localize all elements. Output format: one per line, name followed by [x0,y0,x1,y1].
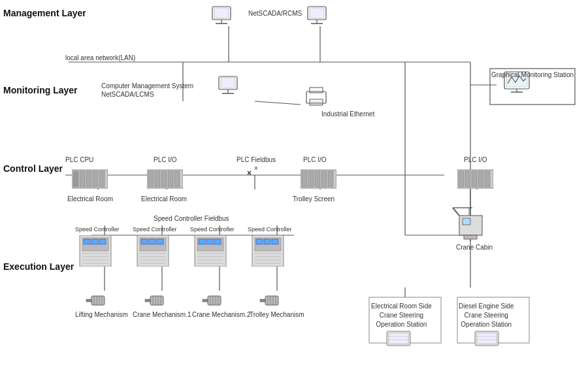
control-layer-label: Control Layer [3,163,63,174]
sc4-device [251,235,285,268]
netscada-computer-2 [304,5,329,29]
sc3-device [193,235,227,268]
svg-rect-110 [91,296,105,305]
crane-cabin-label: Crane Cabin [456,243,493,252]
svg-rect-141 [389,333,408,344]
svg-rect-122 [208,296,221,305]
svg-rect-51 [73,171,78,187]
plc-cpu-label: PLC CPU [65,155,93,164]
trolley-label: Trolley Mechanism [250,310,304,319]
svg-rect-71 [472,171,477,187]
svg-rect-57 [148,171,154,187]
crane1-icon [144,291,169,310]
monitoring-layer-label: Monitoring Layer [3,85,78,95]
plc-fieldbus-label: PLC Fieldbus × [237,155,276,172]
plc-io-2-label: PLC I/O [303,155,327,164]
crane-cabin-icon [449,203,489,243]
svg-line-4 [255,101,301,105]
svg-rect-123 [203,299,208,302]
svg-rect-103 [256,239,263,244]
svg-rect-55 [99,171,105,187]
svg-rect-128 [265,296,278,305]
svg-rect-86 [149,239,155,244]
sc2-device [136,235,170,268]
plc-rack-cpu [72,167,108,193]
svg-rect-111 [86,299,91,302]
svg-rect-95 [206,239,213,244]
svg-rect-129 [260,299,265,302]
sc1-device [78,235,112,268]
svg-rect-64 [308,171,314,187]
cms-computer [216,75,240,99]
sc3-label: Speed Controller [190,226,235,234]
plc-rack-4 [457,167,493,193]
svg-rect-85 [141,239,148,244]
diesel-station-icon [474,330,500,350]
svg-rect-117 [145,299,150,302]
svg-rect-59 [161,171,167,187]
svg-rect-40 [221,78,235,88]
svg-rect-104 [264,239,270,244]
svg-rect-36 [310,8,324,18]
industrial-ethernet-label: Industrial Ethernet [321,110,374,118]
sc2-label: Speed Controller [133,226,177,234]
svg-rect-53 [86,171,91,187]
svg-rect-42 [310,88,323,93]
svg-rect-61 [174,171,180,187]
netscada-computer-1 [209,5,234,29]
sc1-label: Speed Controller [75,226,120,234]
svg-rect-69 [459,171,464,187]
printer-icon [304,85,329,109]
plc-io-1-label: PLC I/O [154,155,177,164]
svg-rect-135 [463,218,470,225]
management-layer-label: Management Layer [3,8,86,18]
execution-layer-label: Execution Layer [3,261,74,272]
fieldbus-break-symbol: × [247,169,252,178]
svg-rect-70 [465,171,470,187]
trolley-icon [259,291,284,310]
svg-rect-73 [485,171,490,187]
elec-room-1-label: Electrical Room [67,195,113,203]
graphical-monitoring-label: Graphical Monitoring Station [491,71,574,79]
lifting-label: Lifting Mechanism [75,310,128,319]
svg-rect-78 [99,239,106,244]
elec-room-2-label: Electrical Room [141,195,187,203]
svg-rect-66 [321,171,327,187]
svg-rect-54 [93,171,98,187]
system-diagram: Management Layer Monitoring Layer Contro… [0,0,588,392]
sc4-label: Speed Controller [248,226,292,234]
trolley-screen-label: Trolley Screen [293,195,335,203]
plc-rack-3 [301,167,336,193]
lifting-mechanism-icon [85,291,110,310]
diesel-engine-side-label: Diesel Engine Side Crane Steering Operat… [459,302,514,329]
svg-rect-67 [328,171,333,187]
elec-room-side-label: Electrical Room Side Crane Steering Oper… [371,302,432,329]
plc-rack-2 [147,167,183,193]
netscada-rcms-label: NetSCADA/RCMS [248,9,302,18]
svg-rect-105 [272,239,278,244]
svg-rect-32 [214,8,229,18]
lan-label: local area network(LAN) [65,54,135,62]
svg-rect-58 [155,171,160,187]
svg-rect-63 [302,171,307,187]
crane1-label: Crane Mechanism.1 [133,310,191,319]
svg-rect-116 [150,296,163,305]
plc-io-3-label: PLC I/O [464,155,487,164]
svg-rect-72 [478,171,483,187]
speed-ctrl-fieldbus-label: Speed Controller Fieldbus [154,214,229,223]
svg-line-137 [453,208,459,216]
svg-rect-145 [477,333,497,344]
elec-room-station-icon [385,330,412,350]
svg-rect-77 [91,239,98,244]
crane2-label: Crane Mechanism.2 [192,310,250,319]
crane2-icon [201,291,226,310]
svg-rect-94 [199,239,205,244]
svg-rect-65 [315,171,320,187]
svg-rect-60 [168,171,173,187]
svg-rect-87 [157,239,163,244]
svg-rect-96 [214,239,221,244]
svg-rect-43 [310,99,323,105]
cms-label: Computer Management System NetSCADA/LCMS [101,82,193,99]
svg-rect-52 [80,171,85,187]
svg-rect-136 [464,235,477,239]
